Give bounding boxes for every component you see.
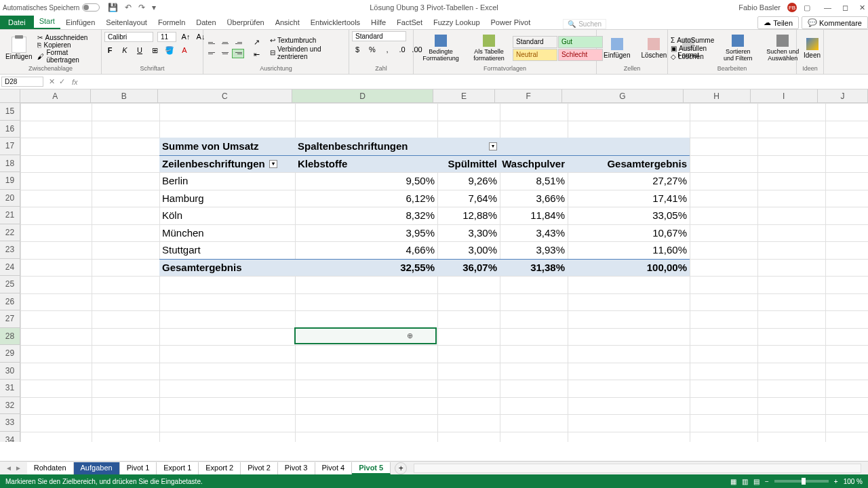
zoom-out-icon[interactable]: − xyxy=(765,478,769,485)
row-header-18[interactable]: 18 xyxy=(0,155,20,173)
col-header-D[interactable]: D xyxy=(292,89,433,103)
cell[interactable]: ▾ xyxy=(437,138,500,155)
insert-cells-button[interactable]: Einfügen xyxy=(599,37,634,60)
redo-icon[interactable]: ↷ xyxy=(138,3,145,12)
row-header-21[interactable]: 21 xyxy=(0,207,20,224)
clear-button[interactable]: ◇Löschen xyxy=(671,53,714,60)
sheet-tab[interactable]: Pivot 2 xyxy=(241,462,278,474)
row-header-27[interactable]: 27 xyxy=(0,310,20,328)
cell[interactable]: 8,51% xyxy=(500,172,568,190)
spreadsheet-grid[interactable]: ABCDEFGHIJ 15161718192021222324252627282… xyxy=(0,89,868,442)
wrap-text-button[interactable]: ↩Textumbruch xyxy=(270,37,346,44)
percent-button[interactable]: % xyxy=(367,44,378,55)
name-box[interactable] xyxy=(1,77,43,87)
bold-button[interactable]: F xyxy=(104,45,115,56)
align-top-left[interactable] xyxy=(206,39,218,48)
font-size-select[interactable]: 11 xyxy=(157,32,176,42)
auto-save[interactable]: Automatisches Speichern xyxy=(3,3,100,12)
align-bottom-left[interactable] xyxy=(206,49,218,58)
tab-formulas[interactable]: Formeln xyxy=(153,16,191,29)
row-header-20[interactable]: 20 xyxy=(0,190,20,207)
row-header-15[interactable]: 15 xyxy=(0,103,20,121)
accept-formula-icon[interactable]: ✓ xyxy=(59,77,65,86)
fill-color-button[interactable]: 🪣 xyxy=(164,45,175,56)
row-header-17[interactable]: 17 xyxy=(0,138,20,155)
cell[interactable]: Spülmittel xyxy=(437,155,500,173)
tab-pagelayout[interactable]: Seitenlayout xyxy=(100,16,153,29)
decimal-inc-button[interactable]: .0 xyxy=(397,44,408,55)
cell[interactable]: 4,66% xyxy=(295,241,437,259)
maximize-icon[interactable]: ◻ xyxy=(842,3,848,12)
col-header-C[interactable]: C xyxy=(158,89,292,103)
cell[interactable]: 8,32% xyxy=(295,207,437,224)
cell[interactable]: 31,38% xyxy=(500,259,568,277)
row-header-16[interactable]: 16 xyxy=(0,121,20,138)
cell[interactable]: 9,50% xyxy=(295,172,437,190)
avatar[interactable]: FB xyxy=(787,3,797,12)
align-top-right[interactable] xyxy=(232,39,244,48)
conditional-formatting-button[interactable]: Bedingte Formatierung xyxy=(416,33,465,63)
align-bottom-center[interactable] xyxy=(219,49,231,58)
tab-insert[interactable]: Einfügen xyxy=(60,16,100,29)
cell[interactable]: 27,27% xyxy=(568,172,690,190)
orientation-button[interactable]: ↗ xyxy=(251,37,262,47)
share-button[interactable]: ☁Teilen xyxy=(757,16,799,29)
cell[interactable]: 3,00% xyxy=(437,241,500,259)
tab-data[interactable]: Daten xyxy=(191,16,221,29)
font-color-button[interactable]: A xyxy=(179,45,190,56)
row-header-33[interactable]: 33 xyxy=(0,414,20,432)
row-header-28[interactable]: 28 xyxy=(0,328,20,346)
sheet-tab[interactable]: Pivot 5 xyxy=(352,462,391,474)
tab-start[interactable]: Start xyxy=(34,14,60,29)
row-header-23[interactable]: 23 xyxy=(0,241,20,259)
undo-icon[interactable]: ↶ xyxy=(125,3,132,12)
row-header-31[interactable]: 31 xyxy=(0,380,20,397)
search-box[interactable]: 🔍 Suchen xyxy=(563,19,606,29)
comma-button[interactable]: , xyxy=(382,44,393,55)
format-painter-button[interactable]: 🖌Format übertragen xyxy=(37,49,98,64)
increase-font-icon[interactable]: A↑ xyxy=(180,31,191,42)
cell-styles[interactable]: Standard Gut Neutral Schlecht xyxy=(513,36,603,61)
page-layout-view-icon[interactable]: ▥ xyxy=(742,478,748,485)
sheet-tab[interactable]: Export 1 xyxy=(157,462,199,474)
col-dropdown-icon[interactable]: ▾ xyxy=(489,142,497,150)
align-bottom-right[interactable] xyxy=(232,49,244,58)
cell[interactable]: 3,93% xyxy=(500,241,568,259)
user-info[interactable]: Fabio Basler FB ▢ — ◻ ✕ xyxy=(738,3,865,12)
tab-file[interactable]: Datei xyxy=(0,16,34,29)
sort-filter-button[interactable]: Sortieren und Filtern xyxy=(717,33,759,63)
copy-button[interactable]: ⎘Kopieren xyxy=(37,41,98,49)
horizontal-scrollbar[interactable] xyxy=(414,464,861,473)
tab-powerpivot[interactable]: Power Pivot xyxy=(486,16,536,29)
cell[interactable]: 3,66% xyxy=(500,190,568,207)
tab-review[interactable]: Überprüfen xyxy=(222,16,270,29)
col-header-J[interactable]: J xyxy=(818,89,868,103)
cell[interactable]: 17,41% xyxy=(568,190,690,207)
add-sheet-button[interactable]: + xyxy=(395,462,407,474)
zoom-in-icon[interactable]: + xyxy=(834,478,838,485)
style-neutral[interactable]: Neutral xyxy=(513,49,557,61)
zoom-slider[interactable] xyxy=(774,480,829,483)
border-button[interactable]: ⊞ xyxy=(149,45,160,56)
fx-icon[interactable]: fx xyxy=(69,78,81,86)
cell[interactable]: 3,95% xyxy=(295,224,437,242)
cell[interactable]: 3,30% xyxy=(437,224,500,242)
cell[interactable]: Summe von Umsatz xyxy=(159,138,295,155)
sheet-tab[interactable]: Pivot 4 xyxy=(315,462,353,474)
col-header-A[interactable]: A xyxy=(20,89,91,103)
row-dropdown-icon[interactable]: ▾ xyxy=(269,160,277,168)
row-header-24[interactable]: 24 xyxy=(0,259,20,277)
cell[interactable]: Berlin xyxy=(159,172,295,190)
sheet-tab[interactable]: Rohdaten xyxy=(27,462,74,474)
merge-center-button[interactable]: ⊟Verbinden und zentrieren xyxy=(270,45,346,60)
cell[interactable]: Gesamtergebnis xyxy=(159,259,295,277)
paste-button[interactable]: Einfügen xyxy=(3,35,35,62)
sheet-next-icon[interactable]: ► xyxy=(15,464,22,472)
tab-factset[interactable]: FactSet xyxy=(391,16,428,29)
row-header-25[interactable]: 25 xyxy=(0,276,20,293)
select-all-corner[interactable] xyxy=(0,89,20,103)
sheet-tab[interactable]: Pivot 3 xyxy=(278,462,315,474)
col-header-I[interactable]: I xyxy=(751,89,818,103)
cell[interactable]: 33,05% xyxy=(568,207,690,224)
cell[interactable]: 11,84% xyxy=(500,207,568,224)
